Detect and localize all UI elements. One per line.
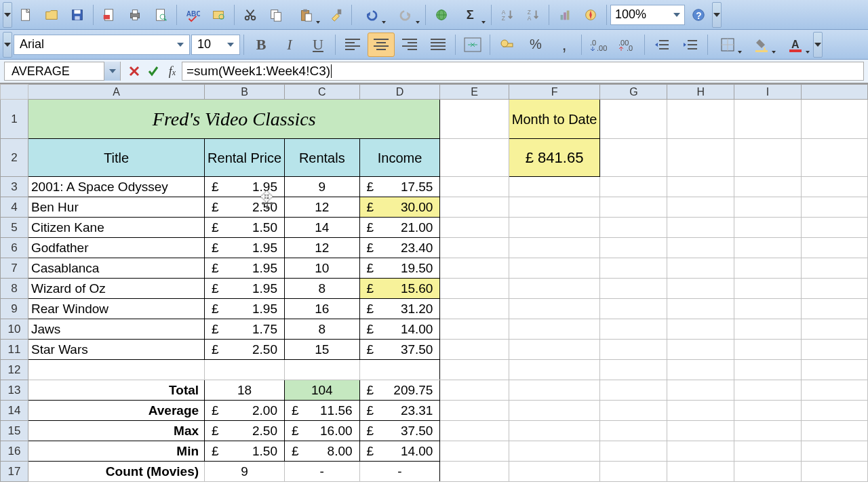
format-paintbrush-button[interactable] — [323, 3, 348, 27]
movie-rentals[interactable]: 12 — [285, 197, 360, 218]
row-header-4[interactable]: 4 — [1, 197, 28, 218]
cell[interactable] — [801, 218, 867, 238]
movie-title[interactable]: Ben Hur — [28, 197, 205, 218]
row-header-15[interactable]: 15 — [1, 421, 28, 441]
row-header-9[interactable]: 9 — [1, 299, 28, 319]
movie-title[interactable]: Rear Window — [28, 299, 205, 319]
summary-max-label[interactable]: Max — [28, 421, 205, 441]
toolbar2-handle[interactable] — [3, 32, 12, 58]
movie-title[interactable]: 2001: A Space Odyssey — [28, 177, 205, 197]
font-color-button[interactable]: A — [779, 33, 812, 57]
save-button[interactable] — [65, 3, 90, 27]
cell[interactable] — [667, 380, 734, 401]
summary-average-label[interactable]: Average — [28, 401, 205, 421]
movie-price[interactable]: £1.95 — [205, 177, 285, 197]
cell[interactable] — [801, 319, 867, 340]
cell[interactable] — [801, 238, 867, 258]
movie-rentals[interactable]: 8 — [285, 319, 360, 340]
cell[interactable] — [667, 421, 734, 441]
summary-max-b[interactable]: £2.50 — [205, 421, 285, 441]
row-header-11[interactable]: 11 — [1, 340, 28, 360]
row-header-2[interactable]: 2 — [1, 139, 28, 177]
function-wizard-button[interactable]: fx — [163, 62, 182, 81]
cell[interactable] — [667, 319, 734, 340]
movie-income[interactable]: £21.00 — [359, 218, 440, 238]
redo-button[interactable] — [389, 3, 422, 27]
cell[interactable] — [440, 319, 509, 340]
month-to-date-value[interactable]: £ 841.65 — [509, 139, 600, 177]
cell[interactable] — [285, 360, 360, 380]
cell[interactable] — [801, 299, 867, 319]
movie-title[interactable]: Star Wars — [28, 340, 205, 360]
spreadsheet-grid[interactable]: A B C D E F G H I 1 Fred's Video Classic… — [0, 84, 868, 482]
col-header-E[interactable]: E — [440, 85, 509, 100]
cell[interactable] — [440, 441, 509, 462]
summary-count-label[interactable]: Count (Movies) — [28, 462, 205, 482]
spellcheck-button[interactable]: ABC — [180, 3, 205, 27]
cell[interactable] — [667, 139, 734, 177]
cell[interactable] — [509, 299, 600, 319]
bold-button[interactable]: B — [248, 33, 275, 57]
movie-rentals[interactable]: 9 — [285, 177, 360, 197]
cell[interactable] — [667, 360, 734, 380]
movie-rentals[interactable]: 12 — [285, 238, 360, 258]
toolbar-handle[interactable] — [3, 2, 12, 28]
cell[interactable] — [801, 462, 867, 482]
cell[interactable] — [509, 380, 600, 401]
cell[interactable] — [667, 340, 734, 360]
col-header-G[interactable]: G — [600, 85, 667, 100]
header-price[interactable]: Rental Price — [205, 139, 285, 177]
cell[interactable] — [734, 401, 801, 421]
header-income[interactable]: Income — [359, 139, 440, 177]
cell[interactable] — [600, 380, 667, 401]
row-header-10[interactable]: 10 — [1, 319, 28, 340]
cut-button[interactable] — [238, 3, 262, 27]
col-header-B[interactable]: B — [205, 85, 285, 100]
movie-income[interactable]: £14.00 — [359, 319, 440, 340]
summary-total-label[interactable]: Total — [28, 380, 205, 401]
cell[interactable] — [509, 360, 600, 380]
cell[interactable] — [667, 401, 734, 421]
cell[interactable] — [801, 441, 867, 462]
cell[interactable] — [734, 462, 801, 482]
cancel-formula-button[interactable] — [125, 62, 144, 81]
toolbar-overflow[interactable] — [712, 2, 722, 28]
cell[interactable] — [440, 360, 509, 380]
decrease-indent-button[interactable] — [648, 33, 675, 57]
cell[interactable] — [600, 340, 667, 360]
cell[interactable] — [440, 177, 509, 197]
month-to-date-label[interactable]: Month to Date — [509, 100, 600, 139]
cell[interactable] — [509, 279, 600, 299]
cell[interactable] — [600, 279, 667, 299]
cell[interactable] — [801, 360, 867, 380]
row-header-8[interactable]: 8 — [1, 279, 28, 299]
movie-price[interactable]: £2.50 — [205, 340, 285, 360]
cell[interactable] — [600, 139, 667, 177]
movie-income[interactable]: £23.40 — [359, 238, 440, 258]
merge-cells-button[interactable] — [459, 33, 486, 57]
toolbar2-overflow[interactable] — [813, 32, 823, 58]
name-box[interactable]: AVERAGE — [4, 62, 121, 81]
summary-min-c[interactable]: £8.00 — [285, 441, 360, 462]
print-preview-button[interactable] — [149, 3, 173, 27]
movie-price[interactable]: £1.95 — [205, 279, 285, 299]
movie-rentals[interactable]: 10 — [285, 258, 360, 279]
col-header-F[interactable]: F — [509, 85, 600, 100]
cell[interactable] — [801, 100, 867, 139]
col-header-H[interactable]: H — [667, 85, 734, 100]
movie-rentals[interactable]: 8 — [285, 279, 360, 299]
movie-title[interactable]: Jaws — [28, 319, 205, 340]
currency-button[interactable] — [494, 33, 521, 57]
accept-formula-button[interactable] — [144, 62, 163, 81]
cell[interactable] — [509, 258, 600, 279]
cell[interactable] — [440, 421, 509, 441]
select-all-corner[interactable] — [1, 85, 28, 100]
summary-count-c[interactable]: - — [285, 462, 360, 482]
add-decimal-button[interactable]: .0.00 — [585, 33, 612, 57]
standard-format-button[interactable]: , — [551, 33, 578, 57]
zoom-select[interactable]: 100% — [610, 5, 685, 25]
col-header-I[interactable]: I — [734, 85, 801, 100]
cell[interactable] — [667, 441, 734, 462]
cell[interactable] — [801, 258, 867, 279]
new-doc-button[interactable] — [14, 3, 38, 27]
